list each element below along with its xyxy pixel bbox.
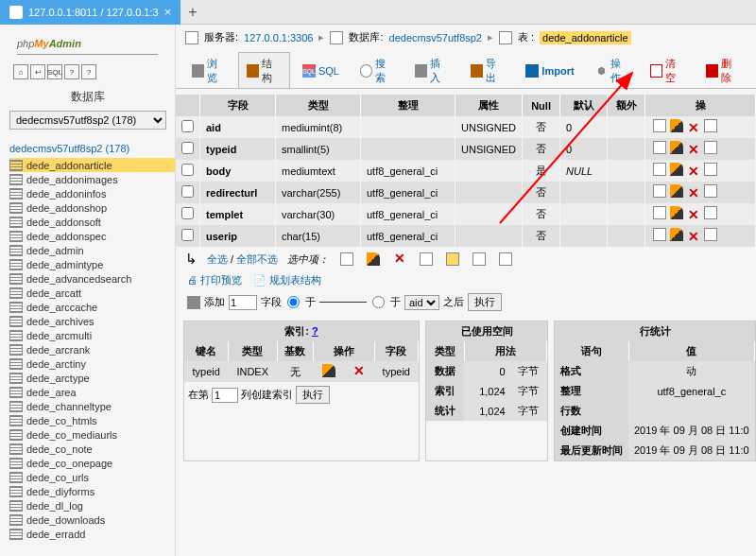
sidebar-table-item[interactable]: dede_diyforms <box>9 484 175 498</box>
radio-at-end[interactable] <box>287 296 300 308</box>
row-checkbox[interactable] <box>181 207 194 219</box>
col-delete-icon[interactable]: ✕ <box>687 144 700 157</box>
sidebar-table-item[interactable]: dede_co_onepage <box>9 456 175 470</box>
browser-tab[interactable]: 127.0.0.1:8011 / 127.0.0.1:3 × <box>0 0 180 25</box>
help-icon[interactable]: ? <box>81 64 96 79</box>
docs-icon[interactable]: ? <box>64 64 79 79</box>
row-checkbox[interactable] <box>181 142 194 154</box>
sel-browse-icon[interactable] <box>340 252 353 266</box>
tab-import[interactable]: Import <box>517 52 582 88</box>
sel-unique-icon[interactable] <box>446 252 459 266</box>
sidebar-table-item[interactable]: dede_arcrank <box>9 342 175 356</box>
sidebar-table-item[interactable]: dede_addoninfos <box>9 186 175 200</box>
sidebar-table-item[interactable]: dede_addonspec <box>9 229 175 243</box>
sidebar-table-item[interactable]: dede_admin <box>9 243 175 257</box>
index-create-go-button[interactable]: 执行 <box>296 386 330 404</box>
sidebar-table-item[interactable]: dede_co_note <box>9 442 175 456</box>
sidebar-table-item[interactable]: dede_addonimages <box>9 172 175 186</box>
col-more-icon[interactable] <box>704 184 717 198</box>
row-checkbox[interactable] <box>181 164 194 176</box>
sidebar-table-item[interactable]: dede_area <box>9 385 175 399</box>
sidebar-table-item[interactable]: dede_advancedsearch <box>9 271 175 286</box>
col-delete-icon[interactable]: ✕ <box>687 209 700 222</box>
database-select[interactable]: dedecmsv57utf8sp2 (178) <box>9 111 166 130</box>
database-name-link[interactable]: dedecmsv57utf8sp2 (178) <box>0 141 175 156</box>
col-view-icon[interactable] <box>653 184 666 198</box>
check-all-link[interactable]: 全选 <box>207 253 228 265</box>
sidebar-table-item[interactable]: dede_addonsoft <box>9 215 175 229</box>
sidebar-table-item[interactable]: dede_co_htmls <box>9 413 175 427</box>
logout-icon[interactable]: ↩ <box>30 64 45 79</box>
sidebar-table-item[interactable]: dede_arccache <box>9 300 175 314</box>
tab-sql[interactable]: SQLSQL <box>294 52 348 88</box>
index-edit-icon[interactable] <box>322 364 335 377</box>
home-icon[interactable]: ⌂ <box>13 64 28 79</box>
col-view-icon[interactable] <box>653 163 666 176</box>
tab-export[interactable]: 导出 <box>462 52 513 88</box>
sidebar-table-item[interactable]: dede_channeltype <box>9 399 175 413</box>
sidebar-table-item[interactable]: dede_archives <box>9 314 175 328</box>
col-delete-icon[interactable]: ✕ <box>687 165 700 179</box>
sidebar-table-item[interactable]: dede_addonshop <box>9 200 175 215</box>
sidebar-table-item[interactable]: dede_arctype <box>9 371 175 385</box>
col-more-icon[interactable] <box>704 206 717 219</box>
col-more-icon[interactable] <box>704 228 717 241</box>
browser-tab-close-icon[interactable]: × <box>164 5 172 19</box>
col-view-icon[interactable] <box>653 119 666 132</box>
sidebar-table-item[interactable]: dede_arctiny <box>9 356 175 371</box>
sidebar-table-item[interactable]: dede_arcmulti <box>9 328 175 342</box>
breadcrumb-database[interactable]: dedecmsv57utf8sp2 <box>389 32 482 43</box>
sidebar-table-item[interactable]: dede_co_mediaurls <box>9 427 175 442</box>
phpmyadmin-logo[interactable]: phpMyAdmin <box>0 25 175 59</box>
col-delete-icon[interactable]: ✕ <box>687 122 700 135</box>
breadcrumb-server[interactable]: 127.0.0.1:3306 <box>244 32 313 43</box>
browser-new-tab[interactable]: + <box>180 4 204 21</box>
sidebar-table-item[interactable]: dede_downloads <box>9 513 175 527</box>
add-field-go-button[interactable]: 执行 <box>468 293 502 311</box>
radio-after[interactable] <box>372 296 385 308</box>
col-edit-icon[interactable] <box>670 163 683 176</box>
row-checkbox[interactable] <box>181 120 194 132</box>
col-delete-icon[interactable]: ✕ <box>687 231 700 244</box>
tab-browse[interactable]: 浏览 <box>183 52 234 88</box>
after-field-select[interactable]: aid <box>404 295 439 310</box>
row-checkbox[interactable] <box>181 229 194 241</box>
sel-fulltext-icon[interactable] <box>499 252 512 266</box>
uncheck-all-link[interactable]: 全部不选 <box>236 253 278 265</box>
col-edit-icon[interactable] <box>670 206 683 219</box>
col-more-icon[interactable] <box>704 119 717 132</box>
add-count-input[interactable] <box>229 295 257 310</box>
sidebar-table-item[interactable]: dede_addonarticle <box>9 158 175 172</box>
sidebar-table-item[interactable]: dede_co_urls <box>9 470 175 484</box>
tab-insert[interactable]: 插入 <box>406 52 457 88</box>
sidebar-table-item[interactable]: dede_erradd <box>9 527 175 541</box>
col-more-icon[interactable] <box>704 163 717 176</box>
tab-empty[interactable]: 清空 <box>642 52 693 88</box>
sel-edit-icon[interactable] <box>367 252 380 266</box>
relation-view-link[interactable]: 📄 规划表结构 <box>253 273 321 287</box>
index-create-count[interactable] <box>212 388 238 403</box>
col-edit-icon[interactable] <box>670 228 683 241</box>
sel-delete-icon[interactable]: ✕ <box>393 252 406 266</box>
sidebar-table-item[interactable]: dede_admintype <box>9 257 175 271</box>
tab-drop[interactable]: 删除 <box>697 52 748 88</box>
col-edit-icon[interactable] <box>670 119 683 132</box>
col-delete-icon[interactable]: ✕ <box>687 187 700 200</box>
col-edit-icon[interactable] <box>670 184 683 198</box>
col-edit-icon[interactable] <box>670 141 683 154</box>
index-delete-icon[interactable]: ✕ <box>352 365 366 378</box>
sidebar-table-item[interactable]: dede_dl_log <box>9 498 175 513</box>
col-more-icon[interactable] <box>704 141 717 154</box>
sel-primary-icon[interactable] <box>420 252 433 266</box>
col-view-icon[interactable] <box>653 206 666 219</box>
col-view-icon[interactable] <box>653 228 666 241</box>
tab-operations[interactable]: 操作 <box>587 52 638 88</box>
tab-search[interactable]: 搜索 <box>352 52 403 88</box>
sidebar-table-item[interactable]: dede_arcatt <box>9 286 175 300</box>
tab-structure[interactable]: 结构 <box>238 52 289 88</box>
print-view-link[interactable]: 🖨 打印预览 <box>187 273 242 287</box>
row-checkbox[interactable] <box>181 185 194 198</box>
sql-icon[interactable]: SQL <box>47 64 62 79</box>
sel-index-icon[interactable] <box>472 252 486 266</box>
col-view-icon[interactable] <box>653 141 666 154</box>
